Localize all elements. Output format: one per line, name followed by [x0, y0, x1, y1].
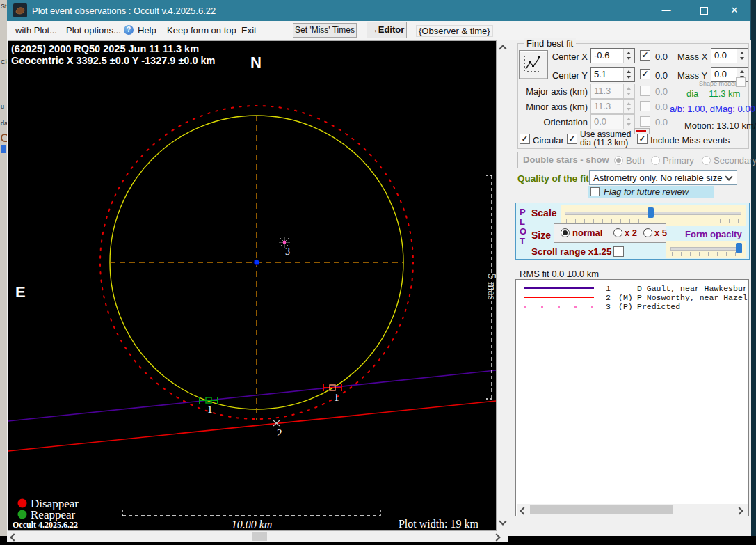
size-x2-label: x 2 [625, 228, 637, 238]
diameter-readout: dia = 11.3 km [686, 88, 740, 99]
scrollbar-thumb[interactable] [530, 505, 673, 514]
major-axis-fit-checkbox [640, 86, 650, 96]
major-axis-label: Major axis (km) [515, 86, 588, 97]
center-x-input[interactable]: -0.6 [590, 48, 635, 63]
spinner-icon[interactable] [623, 68, 634, 81]
flag-review-row: Flag for future review [588, 186, 714, 198]
scroll-right-icon[interactable] [492, 533, 500, 541]
scroll-down-icon[interactable] [499, 517, 506, 525]
menu-exit[interactable]: Exit [241, 25, 257, 35]
circular-checkbox[interactable] [520, 134, 530, 144]
quality-combobox[interactable]: Astrometry only. No reliable size [589, 170, 737, 185]
size-radio-group: normal x 2 x 5 [554, 223, 666, 243]
double-secondary-label: Secondary [714, 155, 756, 166]
plot-canvas[interactable]: 3 1 1 2 [8, 40, 497, 531]
motion-readout: Motion: 13.10 km/s [684, 120, 756, 131]
scale-label: Scale [531, 207, 557, 219]
slider-track [670, 247, 741, 251]
scroll-range-label: Scroll range x1.25 [531, 246, 612, 257]
chord-observer-1 [8, 370, 496, 421]
use-assumed-dia-checkbox[interactable] [567, 134, 577, 144]
center-x-fit-checkbox[interactable] [640, 50, 650, 61]
size-normal-radio[interactable] [561, 228, 570, 237]
flag-review-label: Flag for future review [604, 187, 689, 197]
shape-model-label: Shape model [699, 80, 736, 87]
flag-review-checkbox[interactable] [590, 187, 600, 196]
observer-name: D Gault, near Hawkesbur [637, 284, 748, 293]
shape-model-checkbox[interactable] [736, 77, 746, 87]
title-bar[interactable]: Plot event observations : Occult v.4.202… [7, 0, 750, 21]
minor-axis-label: Minor axis (km) [515, 102, 588, 112]
scroll-left-icon[interactable] [10, 533, 17, 541]
minor-axis-fit-checkbox [640, 101, 650, 111]
chevron-down-icon [725, 173, 732, 180]
miss-marker-label: 2 [277, 427, 282, 439]
plot-letter-t: T [520, 236, 525, 246]
control-panel: Find best fit Center X -0.6 0.0 Mass X 0… [508, 40, 751, 536]
scale-slider[interactable] [561, 205, 746, 226]
background-icon [1, 145, 6, 153]
observer-row[interactable]: 3 (P) Predicted [516, 302, 748, 311]
maximize-button[interactable] [689, 0, 719, 21]
observer-list[interactable]: 1 D Gault, near Hawkesbur 2 (M) P Noswor… [515, 279, 749, 516]
size-label: Size [531, 230, 551, 241]
major-axis-input: 11.3 [590, 84, 635, 99]
menu-help[interactable]: Help [138, 25, 156, 35]
slider-thumb[interactable] [648, 207, 654, 218]
window-title: Plot event observations : Occult v.4.202… [32, 6, 216, 16]
size-x5-radio[interactable] [643, 228, 652, 237]
fit-chart-button[interactable] [519, 50, 548, 79]
plot-horizontal-scrollbar[interactable] [7, 531, 508, 542]
chord1-line-sample [524, 287, 594, 289]
major-axis-sigma: 0.0 [655, 86, 668, 97]
mass-x-input[interactable]: 0.0 [711, 48, 748, 63]
size-normal-label: normal [572, 228, 602, 238]
form-opacity-slider[interactable] [666, 241, 746, 258]
scroll-left-icon[interactable] [520, 507, 527, 514]
mas-scale: 5 mas [486, 175, 496, 399]
minor-axis-input: 11.3 [590, 99, 635, 114]
scroll-right-icon[interactable] [735, 507, 743, 514]
slider-ticks [672, 252, 740, 256]
menu-keep-on-top[interactable]: Keep form on top [167, 25, 236, 35]
background-text-fragment: St [1, 3, 7, 10]
scrollbar-thumb[interactable] [252, 532, 267, 541]
observer-name: P Nosworthy, near Hazel [637, 293, 748, 302]
observer-row[interactable]: 2 (M) P Nosworthy, near Hazel [516, 293, 748, 302]
editor-button[interactable]: →Editor [367, 22, 407, 38]
size-x2-radio[interactable] [613, 228, 622, 237]
menu-plot-options[interactable]: Plot options... [66, 25, 121, 35]
observer-name: Predicted [637, 302, 680, 311]
plot-legend: Disappear Reappear Occult 4.2025.6.22 [13, 497, 79, 530]
set-miss-times-button[interactable]: Set 'Miss' Times [293, 23, 357, 38]
spinner-icon[interactable] [623, 49, 634, 63]
compass-north-label: N [250, 54, 262, 71]
form-opacity-label: Form opacity [685, 229, 742, 239]
include-miss-checkbox[interactable] [637, 134, 648, 144]
help-icon[interactable]: ? [124, 25, 134, 35]
find-best-fit-title: Find best fit [524, 38, 576, 49]
observer-row[interactable]: 1 D Gault, near Hawkesbur [516, 284, 748, 293]
observer-list-scrollbar[interactable] [517, 504, 748, 516]
chord-observer-2 [8, 401, 496, 451]
plot-controls-panel: P L O T Scale Size normal x 2 x 5 Form o… [515, 203, 750, 260]
scroll-up-icon[interactable] [499, 45, 506, 52]
compass-east-label: E [15, 283, 26, 301]
include-miss-label: Include Miss events [650, 135, 730, 145]
scroll-range-checkbox[interactable] [613, 246, 624, 257]
spinner-icon[interactable] [737, 49, 748, 63]
double-stars-group: Double stars - show Both Primary Seconda… [517, 152, 743, 168]
observer-flag: (P) [618, 302, 633, 311]
mas-label: 5 mas [486, 274, 496, 300]
center-dot [254, 260, 259, 265]
plot-header-line1: (62025) 2000 RQ50 2025 Jun 11 11.3 km [11, 43, 199, 54]
center-y-input[interactable]: 5.1 [590, 67, 635, 82]
close-button[interactable]: ✕ [719, 0, 750, 21]
rms-fit-label: RMS fit 0.0 ±0.0 km [520, 269, 599, 279]
center-y-fit-checkbox[interactable] [640, 69, 650, 79]
chord2-line-sample [524, 297, 594, 298]
plot-vertical-scrollbar[interactable] [497, 40, 508, 531]
scalebar-label: 10.00 km [232, 519, 273, 530]
minimize-button[interactable]: — [651, 0, 682, 21]
menu-with-plot[interactable]: with Plot... [15, 25, 57, 35]
